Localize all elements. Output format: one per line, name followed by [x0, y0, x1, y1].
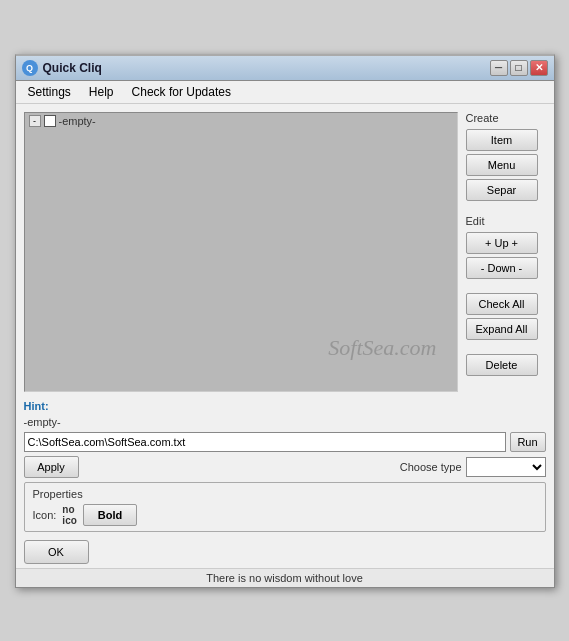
close-button[interactable]: ✕	[530, 60, 548, 76]
choose-type-select[interactable]	[466, 457, 546, 477]
check-all-button[interactable]: Check All	[466, 293, 538, 315]
apply-choose-row: Apply Choose type	[24, 456, 546, 478]
choose-type-row: Choose type	[400, 457, 546, 477]
properties-title: Properties	[33, 488, 537, 500]
run-button[interactable]: Run	[510, 432, 546, 452]
tree-area: - -empty- SoftSea.com	[24, 112, 458, 392]
minimize-button[interactable]: ─	[490, 60, 508, 76]
create-label: Create	[466, 112, 546, 124]
create-group: Create Item Menu Separ	[466, 112, 546, 201]
icon-value: no ico	[62, 504, 76, 526]
status-bar: There is no wisdom without love	[16, 568, 554, 587]
delete-group: Delete	[466, 354, 546, 376]
expand-all-button[interactable]: Expand All	[466, 318, 538, 340]
ok-row: OK	[16, 536, 554, 568]
apply-button[interactable]: Apply	[24, 456, 79, 478]
check-expand-group: Check All Expand All	[466, 293, 546, 340]
choose-type-label: Choose type	[400, 461, 462, 473]
delete-button[interactable]: Delete	[466, 354, 538, 376]
icon-label: Icon:	[33, 509, 57, 521]
window-title: Quick Cliq	[43, 61, 102, 75]
tree-expand-icon[interactable]: -	[29, 115, 41, 127]
main-content: - -empty- SoftSea.com Create Item Menu S…	[16, 104, 554, 400]
title-bar-left: Q Quick Cliq	[22, 60, 102, 76]
menu-check-updates[interactable]: Check for Updates	[124, 83, 239, 101]
title-buttons: ─ □ ✕	[490, 60, 548, 76]
menu-button[interactable]: Menu	[466, 154, 538, 176]
up-button[interactable]: + Up +	[466, 232, 538, 254]
menu-settings[interactable]: Settings	[20, 83, 79, 101]
left-panel: - -empty- SoftSea.com	[24, 112, 458, 392]
properties-row: Icon: no ico Bold	[33, 504, 537, 526]
bold-button[interactable]: Bold	[83, 504, 137, 526]
menu-bar: Settings Help Check for Updates	[16, 81, 554, 104]
edit-label: Edit	[466, 215, 546, 227]
main-window: Q Quick Cliq ─ □ ✕ Settings Help Check f…	[15, 54, 555, 588]
file-path-input[interactable]	[24, 432, 506, 452]
watermark-text: SoftSea.com	[328, 335, 436, 361]
tree-checkbox[interactable]	[44, 115, 56, 127]
maximize-button[interactable]: □	[510, 60, 528, 76]
right-panel: Create Item Menu Separ Edit + Up + - Dow…	[466, 112, 546, 392]
hint-value: -empty-	[24, 416, 546, 428]
edit-group: Edit + Up + - Down -	[466, 215, 546, 279]
hint-label: Hint:	[24, 400, 546, 412]
item-button[interactable]: Item	[466, 129, 538, 151]
menu-help[interactable]: Help	[81, 83, 122, 101]
status-text: There is no wisdom without love	[206, 572, 363, 584]
file-row: Run	[24, 432, 546, 452]
app-icon: Q	[22, 60, 38, 76]
down-button[interactable]: - Down -	[466, 257, 538, 279]
ok-button[interactable]: OK	[24, 540, 89, 564]
properties-box: Properties Icon: no ico Bold	[24, 482, 546, 532]
tree-root-item[interactable]: - -empty-	[25, 113, 457, 129]
separ-button[interactable]: Separ	[466, 179, 538, 201]
tree-root-label: -empty-	[59, 115, 96, 127]
title-bar: Q Quick Cliq ─ □ ✕	[16, 56, 554, 81]
bottom-section: Hint: -empty- Run Apply Choose type Prop…	[16, 400, 554, 536]
